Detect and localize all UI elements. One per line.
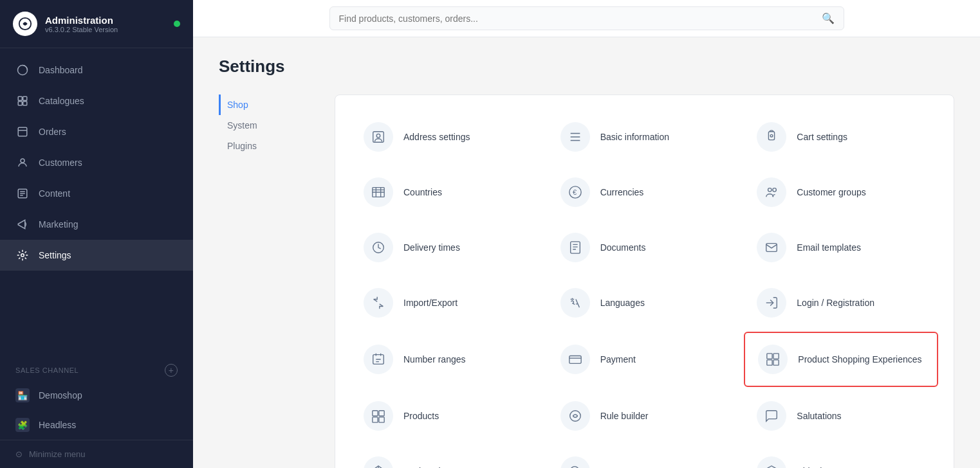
svg-point-18 (773, 188, 777, 192)
settings-item-label: Rule builder (600, 411, 649, 421)
sidebar-item-label: Dashboard (39, 65, 83, 75)
svg-text:€: € (573, 188, 577, 196)
settings-item-import-export[interactable]: Import/Export (351, 276, 545, 329)
settings-item-rule-builder[interactable]: Rule builder (548, 390, 742, 442)
settings-sidebar-nav: ShopSystemPlugins (219, 94, 309, 468)
sidebar-item-label: Customers (39, 158, 82, 168)
settings-item-languages[interactable]: Languages (548, 276, 742, 329)
svg-rect-31 (373, 417, 378, 422)
sidebar-item-content[interactable]: Content (0, 178, 193, 209)
delivery-times-icon (364, 233, 393, 262)
settings-item-label: Currencies (600, 187, 644, 197)
minimize-label: Minimize menu (29, 449, 85, 459)
settings-item-label: Languages (600, 298, 645, 308)
settings-item-label: Cart settings (797, 132, 847, 142)
settings-item-customer-groups[interactable]: Customer groups (744, 166, 938, 219)
settings-item-cart-settings[interactable]: Cart settings (744, 111, 938, 163)
settings-item-label: Countries (403, 187, 442, 197)
settings-item-countries[interactable]: Countries (351, 166, 545, 219)
rule-builder-icon (560, 401, 590, 431)
search-icon: 🔍 (822, 12, 835, 24)
import-export-icon (364, 288, 393, 318)
svg-rect-6 (18, 127, 27, 136)
settings-nav-plugins[interactable]: Plugins (219, 136, 309, 156)
settings-item-documents[interactable]: Documents (548, 221, 742, 274)
svg-rect-30 (379, 411, 384, 416)
settings-item-label: Customer groups (797, 187, 865, 197)
channel-item-demoshop[interactable]: 🏪Demoshop (0, 381, 193, 410)
search-input[interactable] (339, 14, 815, 24)
settings-item-label: Products (403, 411, 439, 421)
seo-icon (560, 456, 590, 468)
sales-channel-section: Sales Channel + (0, 352, 193, 381)
number-ranges-icon (364, 345, 393, 374)
sidebar-item-label: Marketing (39, 219, 78, 230)
settings-nav-shop[interactable]: Shop (219, 94, 309, 115)
sidebar-item-label: Orders (39, 127, 66, 137)
orders-icon (15, 125, 30, 139)
svg-rect-21 (766, 244, 777, 252)
settings-item-number-ranges[interactable]: Number ranges (351, 332, 545, 387)
settings-item-login-registration[interactable]: Login / Registration (744, 276, 938, 329)
sidebar-item-settings[interactable]: Settings (0, 240, 193, 271)
countries-icon (364, 177, 393, 207)
headless-icon: 🧩 (15, 418, 30, 432)
sidebar-item-label: Catalogues (39, 96, 84, 106)
settings-item-salutations[interactable]: Salutations (744, 390, 938, 442)
settings-item-address-settings[interactable]: Address settings (351, 111, 545, 163)
channel-label: Headless (39, 420, 76, 430)
settings-item-payment[interactable]: Payment (548, 332, 742, 387)
settings-item-basic-information[interactable]: Basic information (548, 111, 742, 163)
minimize-menu-button[interactable]: ⊙ Minimize menu (0, 440, 193, 468)
sidebar-item-label: Settings (39, 250, 71, 260)
catalogues-icon (15, 94, 30, 108)
sidebar-item-customers[interactable]: Customers (0, 147, 193, 178)
customer-groups-icon (757, 177, 786, 207)
product-shopping-experiences-icon (758, 345, 788, 374)
settings-item-label: Documents (600, 242, 646, 253)
documents-icon (560, 233, 590, 262)
page-title: Settings (219, 57, 954, 76)
address-settings-icon (364, 122, 393, 152)
settings-item-shipping[interactable]: Shipping (744, 445, 938, 468)
currencies-icon: € (560, 177, 590, 207)
shipping-icon (757, 456, 786, 468)
svg-rect-27 (767, 360, 772, 365)
main-nav: DashboardCataloguesOrdersCustomersConten… (0, 48, 193, 352)
settings-item-product-shopping-experiences[interactable]: Product Shopping Experiences (744, 332, 938, 387)
svg-point-17 (768, 188, 772, 192)
sidebar: Administration v6.3.0.2 Stable Version D… (0, 0, 193, 468)
sidebar-item-orders[interactable]: Orders (0, 116, 193, 147)
settings-icon (15, 248, 30, 262)
minimize-icon: ⊙ (15, 449, 23, 459)
svg-rect-3 (23, 96, 27, 100)
settings-item-seo[interactable]: SEO (548, 445, 742, 468)
add-sales-channel-button[interactable]: + (165, 364, 178, 377)
sidebar-item-label: Content (39, 188, 70, 199)
settings-item-scale-units[interactable]: Scale units (351, 445, 545, 468)
sidebar-item-catalogues[interactable]: Catalogues (0, 86, 193, 116)
products-icon (364, 401, 393, 431)
search-bar: 🔍 (329, 6, 844, 30)
settings-item-label: Product Shopping Experiences (798, 354, 921, 364)
login-registration-icon (757, 288, 786, 318)
app-logo (13, 12, 37, 36)
svg-rect-2 (18, 96, 22, 100)
settings-item-label: Login / Registration (797, 298, 874, 308)
settings-item-delivery-times[interactable]: Delivery times (351, 221, 545, 274)
basic-information-icon (560, 122, 590, 152)
settings-item-label: Import/Export (403, 298, 458, 308)
sidebar-item-marketing[interactable]: Marketing (0, 209, 193, 240)
settings-item-products[interactable]: Products (351, 390, 545, 442)
svg-point-7 (21, 159, 24, 163)
channel-label: Demoshop (39, 390, 82, 401)
channel-item-headless[interactable]: 🧩Headless (0, 410, 193, 440)
settings-item-label: Salutations (797, 411, 841, 421)
svg-rect-24 (569, 356, 580, 364)
settings-item-currencies[interactable]: € Currencies (548, 166, 742, 219)
settings-nav-system[interactable]: System (219, 115, 309, 136)
settings-item-email-templates[interactable]: Email templates (744, 221, 938, 274)
status-indicator (174, 21, 180, 27)
svg-rect-20 (570, 242, 580, 253)
sidebar-item-dashboard[interactable]: Dashboard (0, 55, 193, 86)
